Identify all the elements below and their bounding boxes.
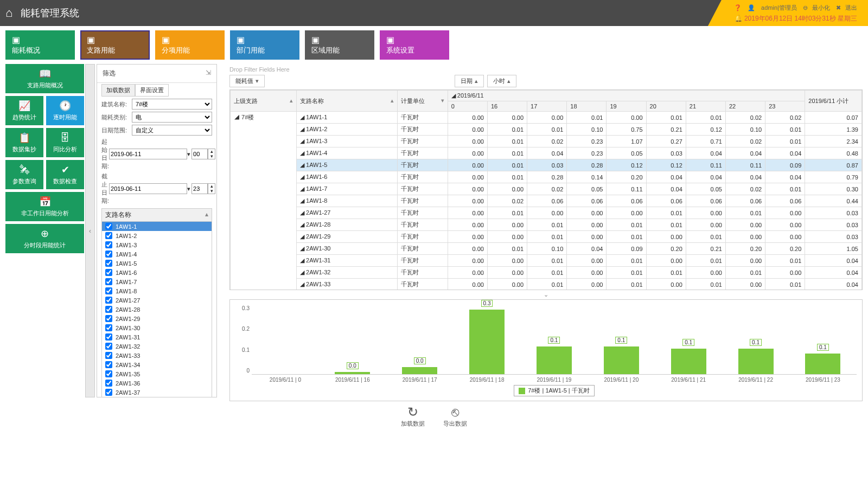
branch-item[interactable]: 1AW1-6 <box>102 268 212 277</box>
user-icon[interactable]: 👤 <box>748 4 755 11</box>
chart: 0.30.20.10 0.00.00.30.10.10.10.10.1 2019… <box>229 299 863 401</box>
branch-item[interactable]: 2AW1-30 <box>102 323 212 332</box>
branch-checkbox[interactable] <box>105 241 112 248</box>
branch-arrow-icon[interactable]: ▴ <box>205 210 208 220</box>
chart-legend: 7#楼 | 1AW1-5 | 千瓦时 <box>252 385 857 396</box>
sidebar-item[interactable]: ⊕分时段用能统计 <box>5 224 84 253</box>
sidebar-item[interactable]: 📅非工作日用能分析 <box>5 192 84 221</box>
branch-item[interactable]: 2AW1-28 <box>102 305 212 314</box>
datetime-label: 2019年06月12日 14时03分31秒 星期三 <box>744 15 857 22</box>
branch-list[interactable]: 1AW1-11AW1-21AW1-31AW1-41AW1-51AW1-61AW1… <box>101 222 212 397</box>
bell-icon[interactable]: 🔔 <box>735 15 743 22</box>
branch-checkbox[interactable] <box>105 380 112 387</box>
branch-checkbox[interactable] <box>105 260 112 267</box>
tab-load-data[interactable]: 加载数据 <box>101 84 135 97</box>
footer-actions: ↻加载数据 ⎋导出数据 <box>0 401 868 431</box>
sidebar-item[interactable]: 🛰参数查询 <box>5 160 43 189</box>
branch-checkbox[interactable] <box>105 352 112 359</box>
branch-item[interactable]: 1AW1-4 <box>102 249 212 259</box>
start-date-input[interactable] <box>109 149 187 159</box>
branch-checkbox[interactable] <box>105 389 112 396</box>
branch-item[interactable]: 2AW1-38 <box>102 397 212 397</box>
branch-item[interactable]: 2AW1-33 <box>102 351 212 360</box>
branch-checkbox[interactable] <box>105 297 112 304</box>
branch-checkbox[interactable] <box>105 223 112 230</box>
type-select[interactable]: 电 <box>132 112 212 123</box>
nav-tile[interactable]: ▣区域用能 <box>305 30 374 60</box>
export-button[interactable]: ⎋导出数据 <box>443 404 467 428</box>
nav-tile[interactable]: ▣分项用能 <box>155 30 225 60</box>
branch-item[interactable]: 1AW1-2 <box>102 231 212 240</box>
legend-label: 7#楼 | 1AW1-5 | 千瓦时 <box>528 387 590 395</box>
sidebar-item[interactable]: 📈趋势统计 <box>5 96 43 125</box>
nav-tile[interactable]: ▣能耗概况 <box>5 30 75 60</box>
nav-tile[interactable]: ▣部门用能 <box>230 30 299 60</box>
branch-checkbox[interactable] <box>105 287 112 294</box>
minimize-icon[interactable]: ⊖ <box>803 4 808 11</box>
filter-dropzone[interactable]: Drop Filter Fields Here <box>229 64 863 75</box>
nav-tile[interactable]: ▣支路用能 <box>80 30 150 60</box>
chart-bar[interactable]: 0.0 <box>335 372 370 374</box>
branch-checkbox[interactable] <box>105 269 112 276</box>
sidebar-item[interactable]: 🕐逐时用能 <box>46 96 84 125</box>
tab-ui-settings[interactable]: 界面设置 <box>135 84 169 97</box>
branch-checkbox[interactable] <box>105 370 112 377</box>
end-date-input[interactable] <box>109 183 187 194</box>
chart-bar[interactable]: 0.1 <box>805 354 840 374</box>
branch-item[interactable]: 1AW1-8 <box>102 286 212 296</box>
branch-item[interactable]: 1AW1-7 <box>102 277 212 286</box>
building-select[interactable]: 7#楼 <box>132 99 212 110</box>
col-date-box[interactable]: 日期▴ <box>455 75 484 87</box>
range-select[interactable]: 自定义 <box>132 125 212 136</box>
chart-bar[interactable]: 0.3 <box>469 310 505 374</box>
measure-box[interactable]: 能耗值▾ <box>229 75 265 87</box>
pin-icon[interactable]: ⇲ <box>206 69 211 78</box>
chart-bar[interactable]: 0.1 <box>604 346 639 374</box>
filter-panel: 筛选 ⇲ 加载数据 界面设置 建筑名称:7#楼 能耗类别:电 日期范围:自定义 … <box>97 64 217 397</box>
branch-item[interactable]: 2AW1-36 <box>102 378 212 388</box>
branch-item[interactable]: 2AW1-31 <box>102 332 212 342</box>
chart-bar[interactable]: 0.1 <box>738 349 774 374</box>
help-icon[interactable]: ❓ <box>734 4 742 11</box>
exit-label[interactable]: 退出 <box>845 4 857 11</box>
branch-checkbox[interactable] <box>105 333 112 341</box>
sidebar-item[interactable]: 📖支路用能概况 <box>5 64 84 93</box>
end-hour-input[interactable] <box>192 183 208 194</box>
home-icon[interactable]: ⌂ <box>5 6 12 20</box>
branch-item[interactable]: 2AW1-32 <box>102 342 212 351</box>
branch-checkbox[interactable] <box>105 315 112 322</box>
branch-item[interactable]: 2AW1-29 <box>102 314 212 323</box>
branch-item[interactable]: 2AW1-27 <box>102 296 212 305</box>
reload-button[interactable]: ↻加载数据 <box>401 404 425 428</box>
branch-checkbox[interactable] <box>105 343 112 350</box>
start-hour-spin[interactable]: ▴▾ <box>208 149 215 159</box>
sidebar-item[interactable]: 📋数据集抄 <box>5 128 43 157</box>
chart-bar[interactable]: 0.1 <box>671 349 706 374</box>
end-hour-spin[interactable]: ▴▾ <box>208 183 215 194</box>
col-hour-box[interactable]: 小时▴ <box>487 75 516 87</box>
data-grid[interactable]: 上级支路▴支路名称▴计量单位▾◢ 2019/6/112019/6/11 小计01… <box>229 89 863 290</box>
branch-item[interactable]: 1AW1-5 <box>102 259 212 268</box>
branch-item[interactable]: 2AW1-35 <box>102 369 212 378</box>
sidebar-collapse-bar[interactable]: ‹ <box>85 64 95 397</box>
chart-bar[interactable]: 0.1 <box>537 346 572 374</box>
branch-item[interactable]: 1AW1-3 <box>102 240 212 249</box>
branch-checkbox[interactable] <box>105 232 112 239</box>
chart-bar[interactable]: 0.0 <box>402 367 437 374</box>
branch-checkbox[interactable] <box>105 278 112 285</box>
sidebar-item[interactable]: ✔数据检查 <box>46 160 84 189</box>
branch-checkbox[interactable] <box>105 251 112 258</box>
branch-checkbox[interactable] <box>105 324 112 331</box>
splitter-handle[interactable]: ⌄ <box>229 291 863 298</box>
branch-item[interactable]: 2AW1-34 <box>102 360 212 369</box>
sidebar-item[interactable]: 🗄同比分析 <box>46 128 84 157</box>
branch-item[interactable]: 2AW1-37 <box>102 388 212 397</box>
exit-icon[interactable]: ✖ <box>836 4 841 11</box>
branch-checkbox[interactable] <box>105 306 112 313</box>
nav-tile[interactable]: ▣系统设置 <box>380 30 449 60</box>
minimize-label[interactable]: 最小化 <box>812 4 830 11</box>
branch-checkbox[interactable] <box>105 361 112 368</box>
start-hour-input[interactable] <box>192 149 208 159</box>
branch-item[interactable]: 1AW1-1 <box>102 222 212 231</box>
chart-x-axis: 2019/6/11 | 02019/6/11 | 162019/6/11 | 1… <box>252 377 857 383</box>
